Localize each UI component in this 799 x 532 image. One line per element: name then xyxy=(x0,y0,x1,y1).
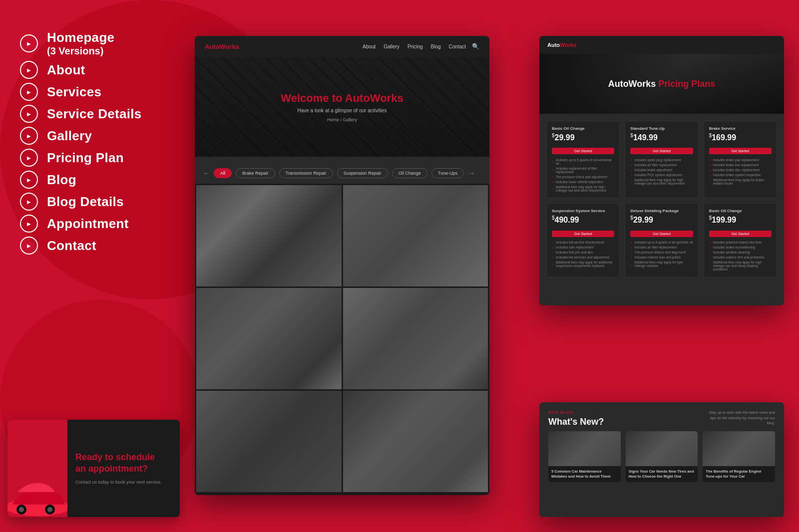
blog-card-3[interactable]: The Benefits of Regular Engine Tune-ups … xyxy=(703,431,775,482)
gallery-cell-5 xyxy=(196,391,342,492)
sidebar-item-about[interactable]: About xyxy=(20,61,190,79)
feature: Includes PCE system adjustment xyxy=(630,172,693,177)
card-5-price: $29.99 xyxy=(630,215,693,225)
blog-card-1-image xyxy=(548,431,621,466)
main-panel: AutoWorks About Gallery Pricing Blog Con… xyxy=(195,36,489,495)
feature: Includes axle replacement xyxy=(552,245,614,250)
card-3-btn[interactable]: Get Started xyxy=(709,148,772,154)
feature: Includes air filter replacement xyxy=(630,245,693,250)
card-5-features: Includes up to 8 quarts of all synthetic… xyxy=(630,240,693,268)
cta-title-accent: appointment? xyxy=(88,464,148,474)
feature: Includes fork join and disc xyxy=(552,250,614,255)
feature: Additional fees may apply for brake-rela… xyxy=(709,177,772,186)
card-2-btn[interactable]: Get Started xyxy=(630,148,693,154)
blog-header: OUR BLOG What's New? Stay up to date wit… xyxy=(539,402,784,431)
feature: Includes premium brand new tires xyxy=(709,240,772,245)
feature: Includes brake adjustment xyxy=(630,167,693,172)
next-arrow[interactable]: → xyxy=(468,169,475,177)
cta-subtitle: Contact us today to book your next servi… xyxy=(75,479,172,486)
pricing-card-5: Deluxe Detailing Package $29.99 Get Star… xyxy=(625,203,698,277)
sidebar-item-homepage[interactable]: Homepage (3 Versions) xyxy=(20,30,190,57)
card-6-btn[interactable]: Get Started xyxy=(709,231,772,237)
nav-pricing[interactable]: Pricing xyxy=(407,44,423,49)
nav-blog[interactable]: Blog xyxy=(431,44,441,49)
logo-text: Auto xyxy=(205,43,220,50)
card-1-title: Basic Oil Change xyxy=(552,126,614,131)
feature: The premium interior and alignment xyxy=(630,250,693,255)
blog-cards-container: 5 Common Car Maintenance Mistakes and Ho… xyxy=(539,431,784,490)
blog-card-3-text: The Benefits of Regular Engine Tune-ups … xyxy=(706,469,772,479)
card-5-btn[interactable]: Get Started xyxy=(630,231,693,237)
hero-title-accent: AutoWorks xyxy=(345,92,403,104)
blog-card-1[interactable]: 5 Common Car Maintenance Mistakes and Ho… xyxy=(548,431,621,482)
blog-header-left: OUR BLOG What's New? xyxy=(548,410,604,427)
feature: Includes brake disc replacement xyxy=(709,167,772,172)
feature: Includes brake system inspection xyxy=(709,172,772,177)
feature: Includes window cleaning xyxy=(709,250,772,255)
sidebar-item-services[interactable]: Services xyxy=(20,83,190,101)
cta-title: Ready to schedule an appointment? xyxy=(75,452,172,475)
nav-contact[interactable]: Contact xyxy=(449,44,466,49)
car-icon xyxy=(7,477,67,517)
feature: Includes full-service shocks/struts xyxy=(552,240,614,245)
blog-icon xyxy=(20,171,38,189)
appointment-cta-panel: Ready to schedule an appointment? Contac… xyxy=(7,420,180,517)
gallery-image-5 xyxy=(196,391,342,492)
filter-tuneup[interactable]: Tune-Ups xyxy=(431,168,464,178)
sidebar-item-appointment[interactable]: Appointment xyxy=(20,215,190,233)
pricing-panel: AutoWorks AutoWorks Pricing Plans Basic … xyxy=(539,36,784,305)
feature: Includes exterior trim and protection xyxy=(709,255,772,260)
feature: Tire pressure check and adjustment xyxy=(552,174,614,179)
card-2-features: Includes spark plug replacement Includes… xyxy=(630,157,693,186)
blog-card-1-body: 5 Common Car Maintenance Mistakes and Ho… xyxy=(548,466,621,482)
hero-title-text: Welcome to xyxy=(281,92,345,104)
card-1-price: $29.99 xyxy=(552,133,614,142)
site-nav-links: About Gallery Pricing Blog Contact xyxy=(363,44,466,49)
site-nav: AutoWorks About Gallery Pricing Blog Con… xyxy=(195,36,489,57)
about-icon xyxy=(20,61,38,79)
card-2-title: Standard Tune-Up xyxy=(630,126,693,131)
filter-bar: ← All Brake Repair Transmission Repair S… xyxy=(195,163,489,184)
search-icon[interactable]: 🔍 xyxy=(472,43,479,50)
filter-brake[interactable]: Brake Repair xyxy=(236,168,275,178)
hero-title: Welcome to AutoWorks xyxy=(281,92,403,105)
feature: Additional fees may apply for light mile… xyxy=(630,260,693,268)
sidebar-item-contact[interactable]: Contact xyxy=(20,237,190,255)
hero-subtitle: Have a look at a glimpse of our activiti… xyxy=(298,108,387,113)
feature: Includes brake line replacement xyxy=(709,162,772,167)
gallery-cell-4 xyxy=(343,288,488,389)
card-4-title: Suspension System Service xyxy=(552,209,614,213)
prev-arrow[interactable]: ← xyxy=(203,169,210,177)
pricing-card-4: Suspension System Service $490.99 Get St… xyxy=(546,203,620,277)
filter-suspension[interactable]: Suspension Repair xyxy=(337,168,388,178)
blog-card-2-body: Signs Your Car Needs New Tires and How t… xyxy=(626,466,698,482)
pricing-hero: AutoWorks Pricing Plans xyxy=(539,54,784,114)
sidebar-item-blog[interactable]: Blog xyxy=(20,171,190,189)
nav-gallery[interactable]: Gallery xyxy=(384,44,400,49)
cta-content: Ready to schedule an appointment? Contac… xyxy=(67,420,180,517)
feature: Includes brake pad replacement xyxy=(709,157,772,162)
nav-about[interactable]: About xyxy=(363,44,376,49)
card-5-title: Deluxe Detailing Package xyxy=(630,209,693,213)
pricing-logo: AutoWorks xyxy=(547,42,576,48)
card-3-features: Includes brake pad replacement Includes … xyxy=(709,157,772,186)
sidebar-item-blog-details[interactable]: Blog Details xyxy=(20,193,190,211)
gallery-image-6 xyxy=(343,391,488,492)
blog-card-2[interactable]: Signs Your Car Needs New Tires and How t… xyxy=(626,431,698,482)
filter-oil[interactable]: Oil Change xyxy=(392,168,427,178)
sidebar-item-service-details[interactable]: Service Details xyxy=(20,105,190,123)
feature: Additional fees may apply for high milea… xyxy=(709,260,772,272)
filter-all[interactable]: All xyxy=(214,168,232,178)
feature: Includes air filter replacement xyxy=(630,162,693,167)
feature: Includes basic vehicle inspection xyxy=(552,179,614,184)
feature: Includes exterior wax and polish xyxy=(630,255,693,260)
filter-transmission[interactable]: Transmission Repair xyxy=(279,168,333,178)
feature: Includes up to 8 quarts of all synthetic… xyxy=(630,240,693,245)
feature: Additional fees may apply for high milea… xyxy=(630,177,693,186)
card-1-btn[interactable]: Get Started xyxy=(552,148,614,154)
sidebar-item-pricing-plan[interactable]: Pricing Plan xyxy=(20,149,190,167)
gallery-image-4 xyxy=(343,288,488,389)
sidebar-item-gallery[interactable]: Gallery xyxy=(20,127,190,145)
card-4-btn[interactable]: Get Started xyxy=(552,231,614,237)
feature: Includes up to 5 quarts of conventional … xyxy=(552,157,614,166)
